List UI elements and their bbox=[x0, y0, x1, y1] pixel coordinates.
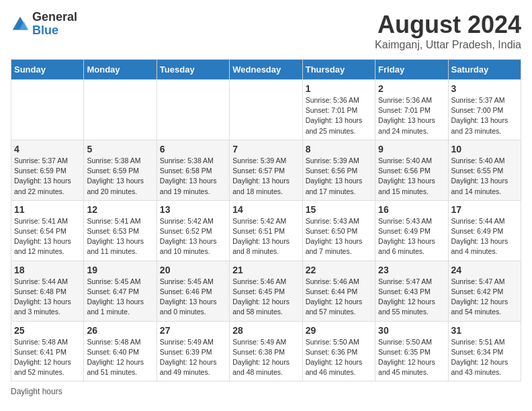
day-number: 29 bbox=[306, 325, 372, 336]
day-info: Sunrise: 5:41 AM Sunset: 6:53 PM Dayligh… bbox=[87, 216, 153, 257]
day-number: 1 bbox=[306, 83, 372, 94]
day-number: 2 bbox=[378, 83, 445, 94]
day-number: 14 bbox=[232, 204, 299, 215]
calendar-day-cell: 12Sunrise: 5:41 AM Sunset: 6:53 PM Dayli… bbox=[84, 200, 157, 261]
day-info: Sunrise: 5:43 AM Sunset: 6:50 PM Dayligh… bbox=[306, 216, 372, 257]
calendar-day-cell: 31Sunrise: 5:51 AM Sunset: 6:34 PM Dayli… bbox=[448, 321, 521, 381]
calendar-day-header: Tuesday bbox=[157, 60, 229, 80]
calendar-day-header: Wednesday bbox=[230, 60, 302, 80]
day-info: Sunrise: 5:51 AM Sunset: 6:34 PM Dayligh… bbox=[451, 337, 518, 378]
calendar-day-cell: 11Sunrise: 5:41 AM Sunset: 6:54 PM Dayli… bbox=[11, 200, 84, 261]
calendar-day-cell: 16Sunrise: 5:43 AM Sunset: 6:49 PM Dayli… bbox=[375, 200, 448, 261]
header: General Blue August 2024 Kaimganj, Uttar… bbox=[11, 11, 521, 51]
day-info: Sunrise: 5:37 AM Sunset: 6:59 PM Dayligh… bbox=[14, 156, 81, 197]
calendar-day-cell bbox=[230, 80, 302, 140]
day-number: 16 bbox=[378, 204, 445, 215]
calendar-day-cell: 1Sunrise: 5:36 AM Sunset: 7:01 PM Daylig… bbox=[302, 80, 375, 140]
day-number: 13 bbox=[160, 204, 226, 215]
calendar-day-cell: 3Sunrise: 5:37 AM Sunset: 7:00 PM Daylig… bbox=[448, 80, 521, 140]
calendar-body: 1Sunrise: 5:36 AM Sunset: 7:01 PM Daylig… bbox=[11, 80, 521, 381]
day-info: Sunrise: 5:45 AM Sunset: 6:47 PM Dayligh… bbox=[87, 277, 153, 318]
calendar-day-cell: 2Sunrise: 5:36 AM Sunset: 7:01 PM Daylig… bbox=[375, 80, 448, 140]
day-info: Sunrise: 5:48 AM Sunset: 6:40 PM Dayligh… bbox=[87, 337, 153, 378]
day-number: 28 bbox=[232, 325, 299, 336]
calendar-day-cell: 13Sunrise: 5:42 AM Sunset: 6:52 PM Dayli… bbox=[157, 200, 229, 261]
day-number: 8 bbox=[306, 144, 372, 154]
day-number: 30 bbox=[378, 325, 445, 336]
calendar-table: SundayMondayTuesdayWednesdayThursdayFrid… bbox=[11, 59, 521, 381]
day-number: 19 bbox=[87, 265, 153, 275]
day-info: Sunrise: 5:44 AM Sunset: 6:49 PM Dayligh… bbox=[451, 216, 518, 257]
day-number: 5 bbox=[87, 144, 153, 154]
calendar-day-cell: 15Sunrise: 5:43 AM Sunset: 6:50 PM Dayli… bbox=[302, 200, 375, 261]
day-number: 12 bbox=[87, 204, 153, 215]
day-info: Sunrise: 5:47 AM Sunset: 6:42 PM Dayligh… bbox=[451, 277, 518, 318]
day-info: Sunrise: 5:42 AM Sunset: 6:52 PM Dayligh… bbox=[160, 216, 226, 257]
day-number: 26 bbox=[87, 325, 153, 336]
day-number: 25 bbox=[14, 325, 81, 336]
day-number: 6 bbox=[160, 144, 226, 154]
day-number: 9 bbox=[378, 144, 445, 154]
day-info: Sunrise: 5:36 AM Sunset: 7:01 PM Dayligh… bbox=[378, 95, 445, 136]
day-info: Sunrise: 5:49 AM Sunset: 6:38 PM Dayligh… bbox=[232, 337, 299, 378]
day-info: Sunrise: 5:39 AM Sunset: 6:57 PM Dayligh… bbox=[232, 156, 299, 197]
calendar-week-row: 1Sunrise: 5:36 AM Sunset: 7:01 PM Daylig… bbox=[11, 80, 521, 140]
calendar-week-row: 4Sunrise: 5:37 AM Sunset: 6:59 PM Daylig… bbox=[11, 140, 521, 200]
calendar-day-cell: 8Sunrise: 5:39 AM Sunset: 6:56 PM Daylig… bbox=[302, 140, 375, 200]
day-number: 31 bbox=[451, 325, 518, 336]
month-title: August 2024 bbox=[375, 11, 521, 39]
day-info: Sunrise: 5:50 AM Sunset: 6:36 PM Dayligh… bbox=[306, 337, 372, 378]
day-number: 7 bbox=[232, 144, 299, 154]
day-info: Sunrise: 5:44 AM Sunset: 6:48 PM Dayligh… bbox=[14, 277, 81, 318]
calendar-header-row: SundayMondayTuesdayWednesdayThursdayFrid… bbox=[11, 60, 521, 80]
day-number: 22 bbox=[306, 265, 372, 275]
calendar-day-cell: 4Sunrise: 5:37 AM Sunset: 6:59 PM Daylig… bbox=[11, 140, 84, 200]
day-info: Sunrise: 5:38 AM Sunset: 6:59 PM Dayligh… bbox=[87, 156, 153, 197]
day-info: Sunrise: 5:36 AM Sunset: 7:01 PM Dayligh… bbox=[306, 95, 372, 136]
location-title: Kaimganj, Uttar Pradesh, India bbox=[375, 39, 521, 51]
calendar-day-cell: 19Sunrise: 5:45 AM Sunset: 6:47 PM Dayli… bbox=[84, 261, 157, 321]
calendar-day-header: Saturday bbox=[448, 60, 521, 80]
logo-general-text: General bbox=[32, 11, 77, 24]
day-info: Sunrise: 5:46 AM Sunset: 6:45 PM Dayligh… bbox=[232, 277, 299, 318]
day-info: Sunrise: 5:49 AM Sunset: 6:39 PM Dayligh… bbox=[160, 337, 226, 378]
calendar-day-cell: 29Sunrise: 5:50 AM Sunset: 6:36 PM Dayli… bbox=[302, 321, 375, 381]
day-number: 10 bbox=[451, 144, 518, 154]
day-number: 24 bbox=[451, 265, 518, 275]
day-info: Sunrise: 5:46 AM Sunset: 6:44 PM Dayligh… bbox=[306, 277, 372, 318]
calendar-day-cell bbox=[157, 80, 229, 140]
day-number: 3 bbox=[451, 83, 518, 94]
calendar-day-cell: 7Sunrise: 5:39 AM Sunset: 6:57 PM Daylig… bbox=[230, 140, 302, 200]
calendar-day-header: Monday bbox=[84, 60, 157, 80]
calendar-day-cell: 30Sunrise: 5:50 AM Sunset: 6:35 PM Dayli… bbox=[375, 321, 448, 381]
day-info: Sunrise: 5:40 AM Sunset: 6:56 PM Dayligh… bbox=[378, 156, 445, 197]
calendar-week-row: 11Sunrise: 5:41 AM Sunset: 6:54 PM Dayli… bbox=[11, 200, 521, 261]
calendar-day-header: Friday bbox=[375, 60, 448, 80]
daylight-label: Daylight hours bbox=[11, 387, 62, 396]
calendar-day-cell: 27Sunrise: 5:49 AM Sunset: 6:39 PM Dayli… bbox=[157, 321, 229, 381]
calendar-day-cell: 18Sunrise: 5:44 AM Sunset: 6:48 PM Dayli… bbox=[11, 261, 84, 321]
day-info: Sunrise: 5:50 AM Sunset: 6:35 PM Dayligh… bbox=[378, 337, 445, 378]
calendar-day-cell: 26Sunrise: 5:48 AM Sunset: 6:40 PM Dayli… bbox=[84, 321, 157, 381]
day-number: 20 bbox=[160, 265, 226, 275]
calendar-day-cell: 23Sunrise: 5:47 AM Sunset: 6:43 PM Dayli… bbox=[375, 261, 448, 321]
day-number: 18 bbox=[14, 265, 81, 275]
calendar-day-cell: 17Sunrise: 5:44 AM Sunset: 6:49 PM Dayli… bbox=[448, 200, 521, 261]
calendar-day-cell: 6Sunrise: 5:38 AM Sunset: 6:58 PM Daylig… bbox=[157, 140, 229, 200]
calendar-day-cell: 9Sunrise: 5:40 AM Sunset: 6:56 PM Daylig… bbox=[375, 140, 448, 200]
day-number: 27 bbox=[160, 325, 226, 336]
calendar-day-cell: 22Sunrise: 5:46 AM Sunset: 6:44 PM Dayli… bbox=[302, 261, 375, 321]
calendar-day-cell: 5Sunrise: 5:38 AM Sunset: 6:59 PM Daylig… bbox=[84, 140, 157, 200]
day-info: Sunrise: 5:37 AM Sunset: 7:00 PM Dayligh… bbox=[451, 95, 518, 136]
day-info: Sunrise: 5:38 AM Sunset: 6:58 PM Dayligh… bbox=[160, 156, 226, 197]
day-info: Sunrise: 5:40 AM Sunset: 6:55 PM Dayligh… bbox=[451, 156, 518, 197]
title-section: August 2024 Kaimganj, Uttar Pradesh, Ind… bbox=[375, 11, 521, 51]
calendar-day-header: Thursday bbox=[302, 60, 375, 80]
day-number: 4 bbox=[14, 144, 81, 154]
day-number: 23 bbox=[378, 265, 445, 275]
day-info: Sunrise: 5:45 AM Sunset: 6:46 PM Dayligh… bbox=[160, 277, 226, 318]
calendar-week-row: 25Sunrise: 5:48 AM Sunset: 6:41 PM Dayli… bbox=[11, 321, 521, 381]
day-number: 11 bbox=[14, 204, 81, 215]
day-info: Sunrise: 5:41 AM Sunset: 6:54 PM Dayligh… bbox=[14, 216, 81, 257]
calendar-week-row: 18Sunrise: 5:44 AM Sunset: 6:48 PM Dayli… bbox=[11, 261, 521, 321]
